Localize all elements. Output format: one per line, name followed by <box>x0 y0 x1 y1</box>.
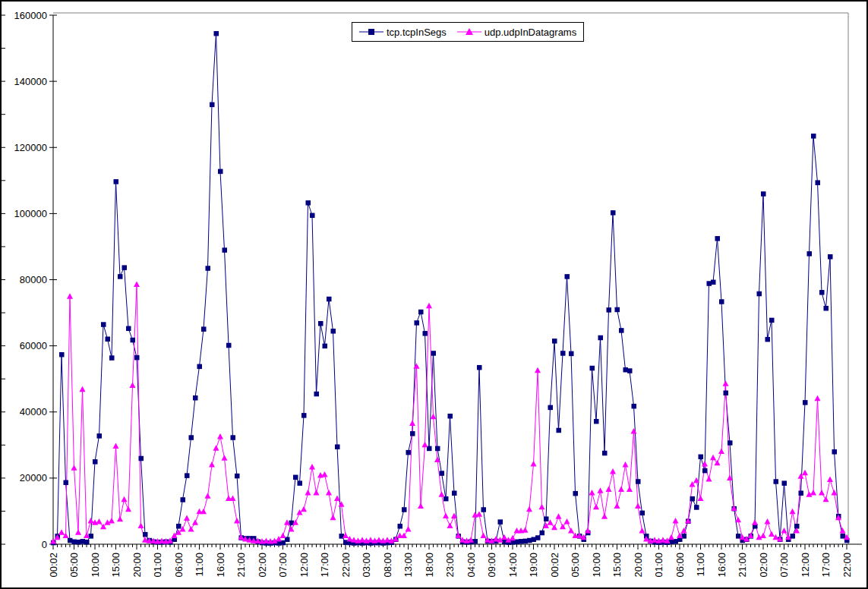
svg-text:16:00: 16:00 <box>716 553 728 578</box>
legend-label-udp: udp.udpInDatagrams <box>485 27 576 38</box>
svg-text:11:00: 11:00 <box>194 553 205 577</box>
svg-text:100000: 100000 <box>14 208 47 219</box>
svg-text:04:00: 04:00 <box>466 553 477 578</box>
udp-series-sample-icon <box>457 28 481 36</box>
svg-text:10:00: 10:00 <box>90 553 101 578</box>
svg-text:17:00: 17:00 <box>820 553 832 578</box>
svg-text:02:00: 02:00 <box>257 553 268 578</box>
svg-text:03:00: 03:00 <box>361 553 372 578</box>
legend-item-udp[interactable]: udp.udpInDatagrams <box>457 27 576 38</box>
svg-text:06:00: 06:00 <box>173 553 185 578</box>
svg-text:20:00: 20:00 <box>633 553 644 578</box>
svg-text:140000: 140000 <box>14 76 47 87</box>
svg-text:120000: 120000 <box>14 142 47 153</box>
svg-text:17:00: 17:00 <box>319 553 330 578</box>
svg-text:22:00: 22:00 <box>841 553 853 578</box>
line-chart-plot: 0200004000060000800001000001200001400001… <box>2 2 866 587</box>
svg-text:16:00: 16:00 <box>215 553 226 578</box>
svg-text:60000: 60000 <box>20 340 47 351</box>
tcp-series-sample-icon <box>359 28 383 36</box>
svg-text:08:00: 08:00 <box>382 553 393 578</box>
svg-text:80000: 80000 <box>20 274 47 285</box>
svg-text:10:00: 10:00 <box>591 553 602 578</box>
svg-text:11:00: 11:00 <box>695 553 706 577</box>
svg-text:0: 0 <box>42 539 47 550</box>
svg-text:00:02: 00:02 <box>549 553 560 578</box>
svg-text:01:00: 01:00 <box>152 553 163 578</box>
svg-text:19:00: 19:00 <box>528 553 539 578</box>
svg-text:07:00: 07:00 <box>277 553 289 578</box>
svg-text:160000: 160000 <box>14 10 47 21</box>
svg-text:09:00: 09:00 <box>486 553 497 578</box>
svg-text:18:00: 18:00 <box>424 553 435 578</box>
svg-text:23:00: 23:00 <box>444 553 456 578</box>
svg-text:06:00: 06:00 <box>674 553 686 578</box>
svg-text:02:00: 02:00 <box>758 553 769 578</box>
legend-item-tcp[interactable]: tcp.tcpInSegs <box>359 27 447 38</box>
svg-text:15:00: 15:00 <box>611 553 623 578</box>
svg-text:22:00: 22:00 <box>340 553 352 578</box>
svg-text:21:00: 21:00 <box>737 553 748 578</box>
svg-text:15:00: 15:00 <box>110 553 122 578</box>
svg-text:12:00: 12:00 <box>298 553 310 578</box>
svg-text:01:00: 01:00 <box>653 553 664 578</box>
svg-text:21:00: 21:00 <box>235 553 247 578</box>
legend-label-tcp: tcp.tcpInSegs <box>387 27 447 38</box>
svg-text:14:00: 14:00 <box>507 553 519 578</box>
legend[interactable]: tcp.tcpInSegs udp.udpInDatagrams <box>352 22 584 42</box>
svg-text:05:00: 05:00 <box>570 553 581 578</box>
svg-text:00:02: 00:02 <box>48 553 59 578</box>
chart-frame: 0200004000060000800001000001200001400001… <box>0 0 868 589</box>
svg-text:40000: 40000 <box>20 406 47 417</box>
svg-text:20000: 20000 <box>20 472 47 483</box>
svg-text:13:00: 13:00 <box>402 553 414 578</box>
svg-text:12:00: 12:00 <box>800 553 811 578</box>
svg-text:20:00: 20:00 <box>131 553 143 578</box>
svg-text:05:00: 05:00 <box>68 553 80 578</box>
svg-text:07:00: 07:00 <box>778 553 790 578</box>
